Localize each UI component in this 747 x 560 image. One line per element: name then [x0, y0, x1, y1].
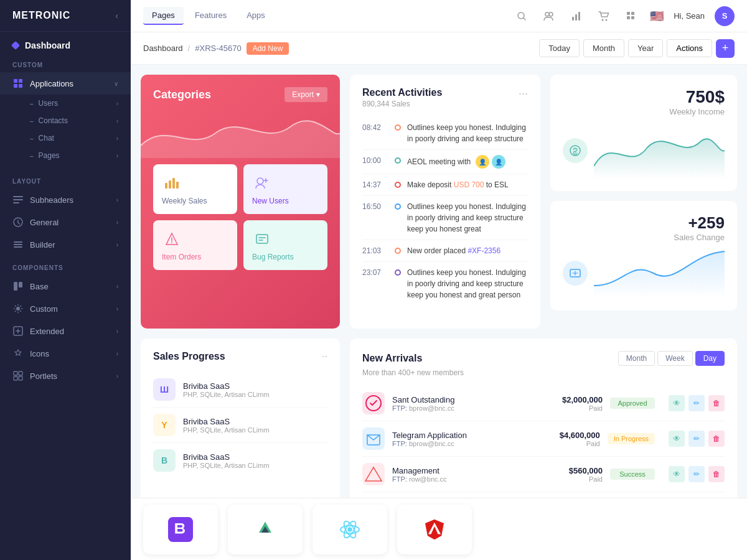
sidebar-item-contacts[interactable]: – Contacts › — [30, 112, 131, 129]
sidebar-collapse-icon[interactable]: ‹ — [115, 11, 118, 21]
arrivals-tab-week[interactable]: Week — [657, 351, 692, 366]
sidebar-item-pages[interactable]: – Pages › — [30, 147, 131, 164]
new-users-label: New Users — [252, 197, 319, 205]
logo-react — [312, 505, 387, 554]
logo-angular — [397, 505, 472, 554]
sales-icon — [563, 261, 588, 286]
tab-features[interactable]: Features — [186, 7, 235, 25]
sales-visual — [563, 248, 725, 298]
sidebar-item-applications[interactable]: Applications ∨ — [0, 72, 131, 95]
sidebar-item-chat[interactable]: – Chat › — [30, 129, 131, 147]
export-button[interactable]: Export ▾ — [284, 87, 327, 102]
nav-tabs: Pages Features Apps — [143, 7, 274, 25]
sidebar-item-icons[interactable]: Icons › — [0, 342, 131, 365]
arrival-row: Management FTP: row@bnc.cc $560,000 Paid… — [362, 457, 725, 492]
progress-sub: PHP, SQLite, Artisan CLimm — [183, 462, 327, 469]
subheaders-label: Subheaders — [30, 195, 73, 205]
custom-section-label: CUSTOM — [0, 53, 131, 72]
item-orders-label: Item Orders — [162, 253, 228, 261]
sidebar-item-users[interactable]: – Users › — [30, 95, 131, 112]
arrival-actions: 👁 ✏ 🗑 — [669, 395, 725, 411]
activity-item: 21:03 New order placed #XF-2356 — [362, 240, 528, 262]
income-amount: 750$ — [563, 87, 725, 107]
svg-rect-18 — [19, 376, 22, 380]
activity-text: Outlines keep you honest. Indulging in p… — [407, 201, 528, 235]
delete-button[interactable]: 🗑 — [708, 466, 725, 482]
svg-rect-23 — [575, 14, 577, 21]
activity-dot — [395, 203, 401, 210]
edit-button[interactable]: ✏ — [688, 431, 705, 447]
svg-rect-3 — [19, 84, 22, 88]
view-button[interactable]: 👁 — [669, 395, 685, 411]
edit-button[interactable]: ✏ — [688, 395, 705, 411]
svg-rect-4 — [13, 196, 23, 197]
edit-button[interactable]: ✏ — [688, 466, 705, 482]
arrivals-tab-month[interactable]: Month — [618, 351, 655, 366]
mini-cards-grid: Weekly Sales New Users Item Orders — [153, 164, 327, 270]
content-grid: Categories Export ▾ Weekly — [131, 65, 747, 560]
cart-icon[interactable] — [595, 7, 613, 25]
activities-menu-icon[interactable]: ··· — [519, 87, 528, 100]
chart-icon[interactable] — [568, 7, 585, 25]
arrival-name: Management — [392, 466, 447, 475]
arrival-info: Management FTP: row@bnc.cc — [392, 466, 447, 483]
actions-button[interactable]: Actions — [667, 39, 712, 57]
add-button[interactable]: + — [716, 39, 735, 58]
applications-icon — [12, 78, 24, 89]
sidebar-item-base[interactable]: Base › — [0, 275, 131, 297]
svg-rect-12 — [19, 282, 22, 287]
avatar[interactable]: S — [715, 6, 735, 26]
sidebar-item-dashboard[interactable]: Dashboard — [0, 32, 131, 53]
icons-chevron: › — [116, 350, 118, 357]
progress-info: Briviba SaaS PHP, SQLite, Artisan CLimm — [183, 417, 327, 434]
users-label: Users — [39, 99, 58, 108]
custom-icon — [12, 303, 24, 314]
arrivals-header: New Arrivals Month Week Day — [362, 351, 725, 366]
arrival-ftp: FTP: bprow@bnc.cc — [392, 440, 467, 447]
sales-change-label: Sales Change — [563, 233, 725, 242]
sidebar-item-general[interactable]: General › — [0, 211, 131, 233]
activities-title: Recent Activities — [362, 87, 442, 98]
activity-item: 16:50 Outlines keep you honest. Indulgin… — [362, 196, 528, 240]
search-icon[interactable] — [513, 7, 530, 25]
contacts-label: Contacts — [39, 116, 68, 125]
app-name: METRONIC — [12, 10, 70, 21]
delete-button[interactable]: 🗑 — [708, 395, 725, 411]
month-button[interactable]: Month — [583, 39, 624, 57]
progress-menu-icon[interactable]: ·· — [322, 351, 327, 362]
mini-card-item-orders: Item Orders — [153, 220, 237, 270]
arrival-price: $4,600,000 — [538, 431, 600, 440]
view-button[interactable]: 👁 — [669, 466, 685, 482]
svg-marker-50 — [425, 519, 444, 539]
tab-apps[interactable]: Apps — [238, 7, 274, 25]
view-button[interactable]: 👁 — [669, 431, 685, 447]
tab-pages[interactable]: Pages — [143, 7, 184, 25]
arrivals-tab-day[interactable]: Day — [695, 351, 725, 366]
arrivals-title: New Arrivals — [362, 353, 422, 364]
svg-rect-43 — [168, 517, 193, 542]
breadcrumb: Dashboard / #XRS-45670 Add New — [143, 42, 289, 55]
delete-button[interactable]: 🗑 — [708, 431, 725, 447]
logo-vue — [228, 505, 303, 554]
sidebar-item-portlets[interactable]: Portlets › — [0, 365, 131, 387]
sidebar-item-custom[interactable]: Custom › — [0, 297, 131, 320]
activity-text: AEOL meeting with 👤 👤 — [407, 155, 528, 169]
add-new-button[interactable]: Add New — [247, 42, 289, 55]
grid-icon[interactable] — [622, 7, 640, 25]
status-badge: Success — [610, 469, 655, 480]
activity-dot — [395, 269, 401, 276]
sidebar-item-builder[interactable]: Builder › — [0, 233, 131, 256]
users-icon[interactable] — [540, 7, 558, 25]
today-button[interactable]: Today — [539, 39, 580, 57]
subheaders-icon — [12, 194, 24, 205]
sidebar-item-extended[interactable]: Extended › — [0, 320, 131, 342]
year-button[interactable]: Year — [628, 39, 663, 57]
pages-chevron: › — [116, 152, 118, 159]
income-icon — [563, 138, 588, 163]
sidebar-item-subheaders[interactable]: Subheaders › — [0, 189, 131, 211]
export-chevron-icon: ▾ — [316, 90, 320, 99]
activities-header: Recent Activities 890,344 Sales ··· — [362, 87, 528, 108]
layout-section-label: LAYOUT — [0, 169, 131, 189]
weekly-sales-label: Weekly Sales — [162, 197, 228, 205]
activity-dot — [395, 248, 401, 254]
